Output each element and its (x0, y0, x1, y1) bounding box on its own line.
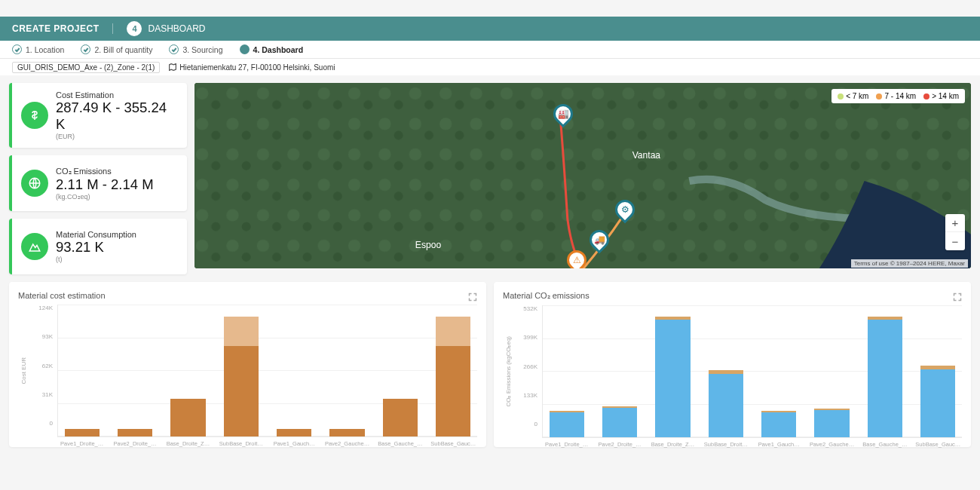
kpi-value: 93.21 K (56, 239, 136, 256)
x-axis-label: Pave2_Droite_… (113, 440, 156, 447)
kpi-material[interactable]: Material Consumption 93.21 K (t) (9, 219, 187, 274)
dashboard-label: DASHBOARD (148, 23, 205, 34)
x-axis-label: SubBase_Gauc… (430, 440, 476, 447)
bar-segment (814, 410, 849, 437)
x-axis-label: Base_Droite_Z… (167, 440, 210, 447)
bar-column[interactable]: SubBase_Gauc… (431, 305, 476, 436)
map-attribution: Terms of use © 1987–2024 HERE, Maxar (851, 259, 968, 268)
step-number-badge: 4 (127, 21, 142, 36)
check-icon (169, 44, 179, 54)
y-axis-ticks: 124K93K62K31K0 (27, 305, 57, 437)
map-panel[interactable]: Espoo Vantaa 🏭 ⚙ 🚚 ⚠ < 7 km7 - 14 km> 14… (194, 83, 971, 268)
check-icon (81, 44, 90, 54)
x-axis-label: Base_Droite_Z… (651, 441, 695, 448)
bar-column[interactable]: Base_Gauche_… (862, 305, 907, 437)
bar-segment (383, 399, 418, 436)
project-info-row: GUI_ORIS_DEMO_Axe - (2)_Zone - 2(1) Hiet… (0, 59, 980, 75)
zoom-out-button[interactable]: − (945, 232, 965, 250)
project-name[interactable]: GUI_ORIS_DEMO_Axe - (2)_Zone - 2(1) (12, 62, 160, 73)
map-icon (169, 63, 176, 71)
kpi-value: 287.49 K - 355.24 K (56, 100, 178, 133)
x-axis-label: Pave2_Gauche… (325, 440, 369, 447)
bar-segment (868, 320, 902, 437)
bar-column[interactable]: Pave1_Droite_… (60, 305, 104, 436)
kpi-co2[interactable]: CO₂ Emissions 2.11 M - 2.14 M (kg.CO₂eq) (9, 155, 187, 211)
bar-segment (920, 369, 955, 437)
bar-segment (550, 412, 584, 437)
x-axis-label: Base_Gauche_… (862, 441, 907, 448)
x-axis-label: Pave1_Droite_… (60, 440, 103, 447)
svg-text:Vantaa: Vantaa (632, 150, 661, 161)
bar-column[interactable]: Pave2_Gauche… (810, 305, 854, 437)
bar-segment (436, 317, 470, 346)
step-label: 4. Dashboard (253, 45, 304, 54)
bar-column[interactable]: SubBase_Droit… (219, 305, 263, 436)
legend-item: 7 - 14 km (876, 92, 916, 100)
bar-segment (655, 320, 690, 437)
step-boq[interactable]: 2. Bill of quantity (81, 44, 152, 54)
step-label: 2. Bill of quantity (94, 45, 152, 54)
chart-title: Material CO₂ emissions (503, 291, 962, 301)
bar-segment (602, 408, 637, 437)
globe-icon (21, 170, 48, 197)
map-distance-legend: < 7 km7 - 14 km> 14 km (831, 89, 965, 103)
kpi-unit: (t) (56, 256, 136, 263)
maximize-icon[interactable] (953, 291, 962, 305)
kpi-value: 2.11 M - 2.14 M (56, 176, 154, 193)
x-axis-label: Pave1_Gauch… (758, 441, 800, 448)
maximize-icon[interactable] (468, 291, 477, 305)
bar-segment (65, 429, 100, 436)
kpi-title: Material Consumption (56, 230, 136, 239)
svg-text:Espoo: Espoo (415, 240, 442, 250)
bar-column[interactable]: Pave2_Droite_… (112, 305, 157, 436)
bar-column[interactable]: Base_Gauche_… (378, 305, 422, 436)
zoom-in-button[interactable]: + (945, 214, 965, 232)
legend-item: < 7 km (838, 92, 868, 100)
x-axis-label: SubBase_Droit… (704, 441, 748, 448)
y-axis-ticks: 532K399K266K133K0 (512, 305, 542, 438)
bar-segment (329, 429, 364, 436)
y-axis-label: Cost EUR (18, 357, 27, 384)
bar-column[interactable]: Base_Droite_Z… (166, 305, 210, 436)
step-location[interactable]: 1. Location (12, 44, 64, 54)
x-axis-label: SubBase_Gauc… (915, 441, 960, 448)
bar-column[interactable]: Pave2_Gauche… (325, 305, 369, 436)
create-project-label[interactable]: CREATE PROJECT (12, 23, 113, 34)
step-sourcing[interactable]: 3. Sourcing (169, 44, 222, 54)
top-bar: CREATE PROJECT 4 DASHBOARD (0, 17, 980, 41)
x-axis-label: Pave2_Droite_… (598, 441, 641, 448)
bar-column[interactable]: Pave1_Gauch… (272, 305, 317, 436)
kpi-unit: (kg.CO₂eq) (56, 193, 154, 201)
chart-bars: Pave1_Droite_…Pave2_Droite_…Base_Droite_… (57, 305, 477, 437)
bar-column[interactable]: SubBase_Gauc… (916, 305, 960, 437)
bar-segment (224, 317, 259, 346)
bar-segment (436, 346, 470, 436)
bar-segment (277, 429, 311, 436)
kpi-cost[interactable]: Cost Estimation 287.49 K - 355.24 K (EUR… (9, 83, 187, 148)
active-dot-icon (240, 44, 250, 54)
bar-column[interactable]: Base_Droite_Z… (651, 305, 695, 437)
x-axis-label: SubBase_Droit… (219, 440, 263, 447)
x-axis-label: Pave2_Gauche… (810, 441, 854, 448)
bar-column[interactable]: SubBase_Droit… (703, 305, 748, 437)
bar-column[interactable]: Pave1_Droite_… (544, 305, 589, 437)
map-satellite: Espoo Vantaa (194, 83, 971, 268)
y-axis-label: CO₂ Emissions (kgCO₂eq) (503, 336, 512, 407)
kpi-column: Cost Estimation 287.49 K - 355.24 K (EUR… (9, 83, 187, 274)
map-zoom-control: + − (945, 214, 965, 250)
kpi-title: Cost Estimation (56, 90, 178, 100)
bar-segment (709, 374, 743, 437)
breadcrumb: 1. Location 2. Bill of quantity 3. Sourc… (0, 41, 980, 59)
dollar-icon (21, 102, 48, 129)
bar-column[interactable]: Pave2_Droite_… (597, 305, 642, 437)
bar-segment (170, 399, 205, 436)
bar-segment (224, 346, 259, 436)
bar-segment (761, 412, 796, 437)
step-dashboard[interactable]: 4. Dashboard (240, 44, 304, 54)
step-label: 1. Location (26, 45, 64, 54)
chart-title: Material cost estimation (18, 291, 477, 300)
legend-item: > 14 km (923, 92, 959, 100)
bar-column[interactable]: Pave1_Gauch… (757, 305, 801, 437)
bar-segment (118, 429, 152, 436)
mountain-icon (21, 233, 48, 260)
